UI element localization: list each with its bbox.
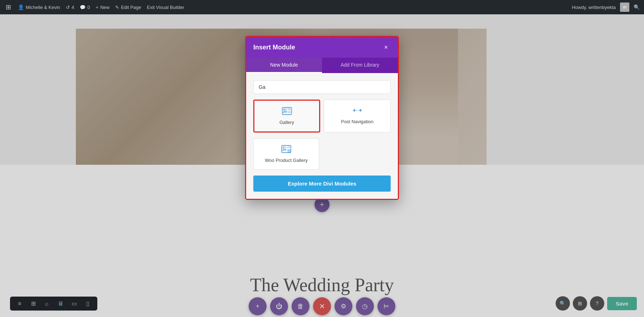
gallery-icon	[282, 107, 292, 117]
insert-module-modal: Insert Module × New Module Add From Libr…	[245, 36, 399, 200]
svg-rect-3	[288, 111, 291, 113]
svg-point-10	[283, 147, 284, 148]
module-grid: Gallery Post Navigation	[253, 100, 391, 133]
modal-tabs: New Module Add From Library	[246, 58, 398, 73]
new-item[interactable]: + New	[96, 5, 110, 10]
comments-icon: 💬	[80, 5, 86, 10]
site-avatar-icon: 👤	[18, 4, 24, 10]
modal-overlay: Insert Module × New Module Add From Libr…	[0, 14, 644, 317]
modal-title: Insert Module	[253, 44, 295, 51]
howdy-text: Howdy, writtenbyekta	[572, 5, 616, 10]
svg-point-4	[283, 109, 285, 110]
wp-logo-icon[interactable]: ⊞	[4, 3, 12, 11]
module-search-input[interactable]	[253, 80, 391, 94]
modal-body: Gallery Post Navigation	[246, 73, 398, 199]
edit-page-item[interactable]: ✎ Edit Page	[115, 5, 141, 10]
admin-bar: ⊞ 👤 Michelle & Kevin ↺ 4 💬 0 + New ✎ Edi…	[0, 0, 644, 14]
post-navigation-module-label: Post Navigation	[341, 119, 374, 124]
svg-rect-8	[287, 146, 290, 148]
edit-icon: ✎	[115, 5, 119, 10]
woo-product-gallery-module-item[interactable]: Woo Product Gallery	[253, 138, 319, 170]
modal-header: Insert Module ×	[246, 37, 398, 58]
modal-close-button[interactable]: ×	[381, 43, 391, 52]
explore-modules-button[interactable]: Explore More Divi Modules	[253, 176, 391, 192]
gallery-module-item[interactable]: Gallery	[253, 100, 320, 133]
revisions-item[interactable]: ↺ 4	[66, 5, 74, 10]
tab-add-from-library[interactable]: Add From Library	[322, 58, 398, 73]
woo-product-gallery-icon	[281, 145, 291, 155]
post-navigation-icon	[352, 106, 362, 116]
admin-bar-right: Howdy, writtenbyekta W 🔍	[572, 3, 640, 12]
avatar[interactable]: W	[620, 3, 629, 12]
tab-new-module[interactable]: New Module	[246, 58, 322, 73]
gallery-module-label: Gallery	[279, 120, 294, 125]
revisions-icon: ↺	[66, 5, 70, 10]
plus-icon: +	[96, 5, 99, 10]
woo-product-gallery-module-label: Woo Product Gallery	[265, 158, 308, 163]
site-name[interactable]: 👤 Michelle & Kevin	[18, 4, 60, 10]
svg-rect-2	[288, 108, 291, 110]
search-icon[interactable]: 🔍	[634, 4, 640, 10]
comments-item[interactable]: 💬 0	[80, 5, 90, 10]
post-navigation-module-item[interactable]: Post Navigation	[324, 100, 391, 133]
exit-builder-item[interactable]: Exit Visual Builder	[147, 5, 185, 10]
